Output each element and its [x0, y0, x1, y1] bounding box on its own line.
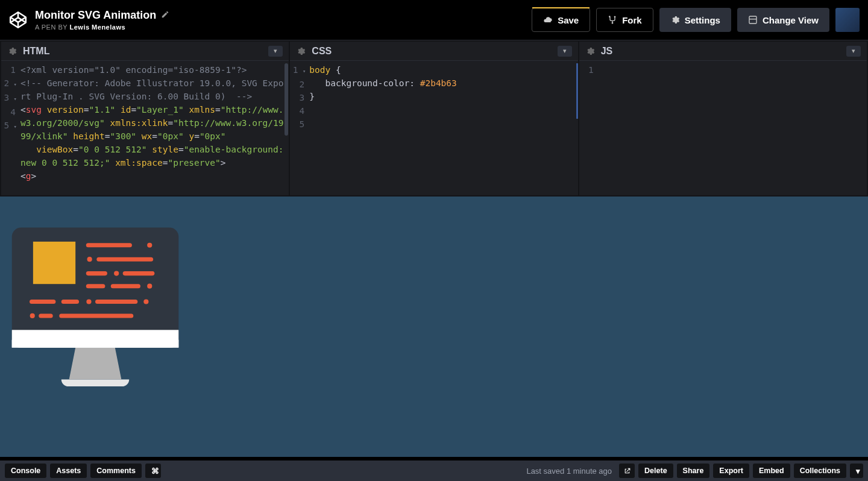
- svg-rect-25: [39, 313, 52, 318]
- save-button[interactable]: Save: [532, 8, 590, 32]
- user-avatar[interactable]: [835, 8, 860, 32]
- svg-rect-13: [86, 271, 107, 275]
- css-panel: CSS ▾ 1 ▾2345 body { background-color: #…: [290, 42, 577, 195]
- svg-point-18: [147, 284, 152, 289]
- title-block: Monitor SVG Animation A PEN BY Lewis Men…: [35, 9, 526, 31]
- svg-point-24: [30, 313, 35, 318]
- svg-point-11: [87, 257, 92, 262]
- html-editor[interactable]: 12 ▾3 ▾45 ▾ <?xml version="1.0" encoding…: [1, 61, 289, 195]
- gutter: 1 ▾2345: [290, 61, 309, 195]
- gear-icon[interactable]: [296, 46, 306, 56]
- chevron-down-icon[interactable]: ▾: [268, 46, 283, 57]
- layout-icon: [748, 15, 758, 25]
- author-link[interactable]: Lewis Menelaws: [70, 24, 126, 31]
- delete-button[interactable]: Delete: [638, 464, 673, 478]
- edit-title-icon[interactable]: [161, 10, 169, 20]
- console-button[interactable]: Console: [5, 464, 46, 478]
- gutter: 12 ▾3 ▾45 ▾: [1, 61, 20, 195]
- share-button[interactable]: Share: [677, 464, 710, 478]
- cursor-bar: [576, 63, 578, 119]
- svg-rect-20: [61, 300, 79, 304]
- code[interactable]: body { background-color: #2b4b63}: [309, 61, 577, 195]
- scrollbar[interactable]: [285, 63, 288, 136]
- shortcuts-button[interactable]: ⌘: [145, 464, 161, 478]
- export-button[interactable]: Export: [713, 464, 749, 478]
- svg-point-10: [147, 243, 152, 248]
- svg-rect-22: [95, 300, 137, 304]
- embed-button[interactable]: Embed: [753, 464, 790, 478]
- svg-rect-26: [59, 313, 133, 318]
- chevron-down-icon[interactable]: ▾: [558, 46, 572, 57]
- pen-title[interactable]: Monitor SVG Animation: [35, 9, 156, 22]
- panel-title: CSS: [312, 46, 332, 57]
- codepen-logo-icon[interactable]: [8, 10, 28, 30]
- js-panel: JS ▾ 1: [579, 42, 867, 195]
- gear-icon[interactable]: [585, 46, 595, 56]
- svg-rect-16: [86, 284, 105, 288]
- comments-button[interactable]: Comments: [90, 464, 142, 478]
- gear-icon: [670, 15, 680, 25]
- panel-title: HTML: [23, 46, 49, 57]
- svg-rect-17: [111, 284, 140, 288]
- fork-button[interactable]: Fork: [596, 8, 653, 32]
- svg-point-14: [114, 271, 119, 276]
- svg-rect-8: [33, 242, 75, 284]
- more-caret-icon[interactable]: ▾: [850, 464, 863, 478]
- settings-button[interactable]: Settings: [659, 8, 731, 32]
- gear-icon[interactable]: [7, 46, 17, 56]
- open-new-window-icon[interactable]: [619, 464, 635, 478]
- svg-point-21: [86, 299, 91, 304]
- save-status: Last saved 1 minute ago: [526, 467, 612, 476]
- assets-button[interactable]: Assets: [50, 464, 87, 478]
- svg-point-23: [143, 299, 148, 304]
- editors-row: HTML ▾ 12 ▾3 ▾45 ▾ <?xml version="1.0" e…: [0, 40, 868, 196]
- cloud-icon: [543, 15, 553, 25]
- js-editor[interactable]: 1: [579, 61, 867, 195]
- code[interactable]: [599, 61, 867, 195]
- svg-rect-15: [123, 271, 155, 275]
- footer: Console Assets Comments ⌘ Last saved 1 m…: [0, 461, 868, 481]
- header: Monitor SVG Animation A PEN BY Lewis Men…: [0, 0, 868, 40]
- html-panel: HTML ▾ 12 ▾3 ▾45 ▾ <?xml version="1.0" e…: [1, 42, 289, 195]
- css-editor[interactable]: 1 ▾2345 body { background-color: #2b4b63…: [290, 61, 577, 195]
- code[interactable]: <?xml version="1.0" encoding="iso-8859-1…: [20, 61, 289, 195]
- svg-rect-19: [30, 300, 55, 304]
- change-view-button[interactable]: Change View: [737, 8, 829, 32]
- panel-title: JS: [601, 46, 613, 57]
- svg-rect-12: [96, 257, 153, 262]
- chevron-down-icon[interactable]: ▾: [846, 46, 861, 57]
- fork-icon: [608, 15, 617, 25]
- svg-rect-9: [86, 243, 132, 247]
- monitor-svg-graphic: [5, 213, 186, 394]
- byline: A PEN BY Lewis Menelaws: [35, 24, 526, 31]
- preview-pane: [0, 196, 868, 457]
- gutter: 1: [579, 61, 599, 195]
- svg-rect-3: [749, 16, 756, 24]
- collections-button[interactable]: Collections: [794, 464, 846, 478]
